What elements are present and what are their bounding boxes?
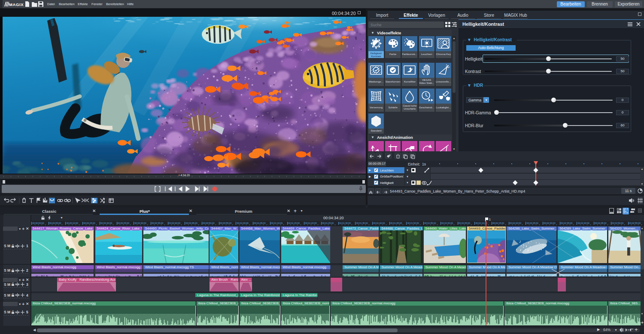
- svg-text:1: 1: [489, 218, 491, 221]
